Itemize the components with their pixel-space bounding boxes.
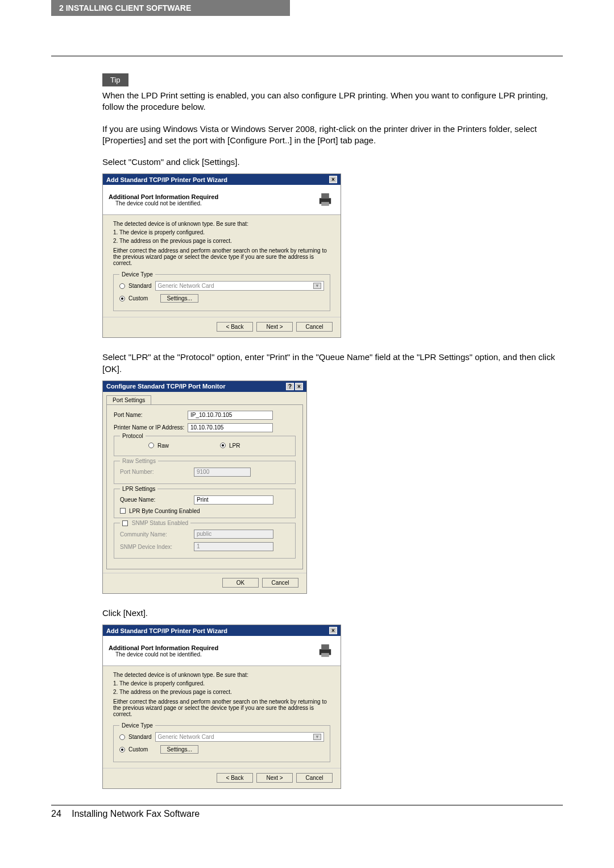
info-line-1: The detected device is of unknown type. … — [113, 221, 330, 227]
info-line-1: The detected device is of unknown type. … — [113, 672, 330, 678]
back-button[interactable]: < Back — [217, 322, 253, 332]
wizard-info: The detected device is of unknown type. … — [113, 672, 330, 717]
raw-radio-label: Raw — [157, 443, 169, 449]
community-label: Community Name: — [120, 531, 194, 538]
step-1-text: Select "Custom" and click [Settings]. — [102, 156, 557, 168]
standard-select[interactable]: Generic Network Card ▼ — [155, 281, 324, 291]
custom-radio-label: Custom — [128, 746, 148, 753]
cancel-button[interactable]: Cancel — [296, 322, 333, 332]
footer-title: Installing Network Fax Software — [72, 809, 200, 819]
section-rule — [51, 56, 563, 56]
page-number: 24 — [51, 809, 61, 819]
ip-address-input[interactable]: 10.10.70.105 — [188, 423, 273, 432]
standard-radio-label: Standard — [128, 283, 152, 289]
protocol-legend: Protocol — [120, 433, 146, 439]
printer-icon — [316, 189, 335, 210]
settings-button[interactable]: Settings... — [160, 294, 198, 303]
wizard-subheading: The device could not be identified. — [109, 200, 218, 206]
ok-button[interactable]: OK — [222, 578, 259, 588]
wizard-dialog-2: Add Standard TCP/IP Printer Port Wizard … — [102, 625, 341, 789]
next-button[interactable]: Next > — [256, 773, 293, 783]
wizard-heading: Additional Port Information Required — [109, 193, 218, 200]
wizard-heading: Additional Port Information Required — [109, 644, 218, 651]
device-type-legend: Device Type — [119, 271, 155, 278]
standard-radio-label: Standard — [128, 734, 152, 740]
standard-radio[interactable] — [119, 734, 125, 740]
tip-label: Tip — [102, 73, 128, 86]
snmp-checkbox[interactable] — [122, 520, 128, 526]
lpr-radio-label: LPR — [229, 443, 240, 449]
help-icon[interactable]: ? — [286, 383, 294, 390]
snmp-index-label: SNMP Device Index: — [120, 544, 194, 550]
raw-port-label: Port Number: — [120, 469, 194, 475]
printer-icon — [316, 640, 335, 661]
info-line-4: Either correct the address and perform a… — [113, 247, 330, 266]
byte-count-label: LPR Byte Counting Enabled — [129, 508, 200, 514]
standard-select[interactable]: Generic Network Card ▼ — [155, 732, 324, 742]
tab-port-settings[interactable]: Port Settings — [106, 395, 151, 404]
intro-paragraph-2: If you are using Windows Vista or Window… — [102, 123, 557, 147]
settings-button[interactable]: Settings... — [160, 745, 198, 754]
raw-settings-legend: Raw Settings — [120, 458, 158, 464]
chevron-down-icon: ▼ — [313, 734, 321, 740]
raw-radio[interactable] — [148, 443, 154, 448]
queue-name-input[interactable]: Print — [194, 495, 273, 505]
svg-rect-5 — [321, 653, 329, 657]
next-button[interactable]: Next > — [256, 322, 293, 332]
step-2-text: Select "LPR" at the "Protocol" option, e… — [102, 352, 557, 375]
step-3-text: Click [Next]. — [102, 607, 557, 619]
lpr-settings-legend: LPR Settings — [120, 486, 157, 492]
portmon-title: Configure Standard TCP/IP Port Monitor — [106, 383, 225, 390]
wizard-info: The detected device is of unknown type. … — [113, 221, 330, 266]
port-name-label: Port Name: — [114, 412, 188, 418]
community-input: public — [194, 530, 273, 539]
svg-rect-1 — [321, 193, 329, 199]
close-icon[interactable]: × — [329, 627, 337, 634]
standard-select-value: Generic Network Card — [158, 283, 214, 289]
standard-select-value: Generic Network Card — [158, 734, 214, 740]
intro-paragraph-1: When the LPD Print setting is enabled, y… — [102, 90, 557, 113]
ip-address-label: Printer Name or IP Address: — [114, 424, 188, 431]
device-type-legend: Device Type — [119, 722, 155, 729]
wizard-dialog-1: Add Standard TCP/IP Printer Port Wizard … — [102, 173, 341, 338]
svg-rect-2 — [321, 202, 329, 206]
standard-radio[interactable] — [119, 283, 125, 289]
info-line-3: 2. The address on the previous page is c… — [113, 238, 330, 244]
info-line-3: 2. The address on the previous page is c… — [113, 689, 330, 695]
chapter-header: 2 INSTALLING CLIENT SOFTWARE — [51, 0, 290, 16]
svg-rect-4 — [321, 644, 329, 650]
wizard-subheading: The device could not be identified. — [109, 651, 218, 658]
cancel-button[interactable]: Cancel — [296, 773, 333, 783]
info-line-2: 1. The device is properly configured. — [113, 680, 330, 687]
info-line-2: 1. The device is properly configured. — [113, 229, 330, 235]
chevron-down-icon: ▼ — [313, 283, 321, 289]
raw-port-input: 9100 — [194, 468, 251, 477]
custom-radio-label: Custom — [128, 295, 148, 301]
custom-radio[interactable] — [119, 296, 125, 301]
port-monitor-dialog: Configure Standard TCP/IP Port Monitor ?… — [102, 381, 307, 594]
lpr-radio[interactable] — [220, 443, 226, 448]
info-line-4: Either correct the address and perform a… — [113, 698, 330, 717]
close-icon[interactable]: × — [329, 176, 337, 183]
byte-count-checkbox[interactable] — [120, 508, 126, 514]
page-footer: 24 Installing Network Fax Software — [51, 805, 563, 819]
port-name-input[interactable]: IP_10.10.70.105 — [188, 411, 273, 420]
snmp-index-input: 1 — [194, 542, 273, 551]
snmp-legend: SNMP Status Enabled — [132, 520, 188, 526]
custom-radio[interactable] — [119, 747, 125, 753]
cancel-button[interactable]: Cancel — [262, 578, 298, 588]
wizard-title: Add Standard TCP/IP Printer Port Wizard — [106, 627, 227, 634]
wizard-title: Add Standard TCP/IP Printer Port Wizard — [106, 176, 227, 183]
queue-name-label: Queue Name: — [120, 497, 194, 503]
back-button[interactable]: < Back — [217, 773, 253, 783]
close-icon[interactable]: × — [295, 383, 303, 390]
